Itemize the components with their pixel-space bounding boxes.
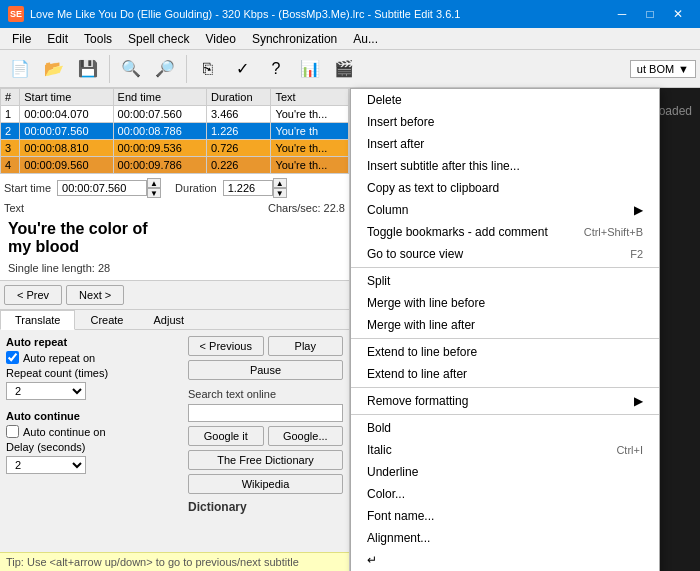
- tab-translate[interactable]: Translate: [0, 310, 75, 330]
- ctx-item-label: Go to source view: [367, 247, 463, 261]
- context-menu-item[interactable]: Split: [351, 270, 659, 292]
- previous-button[interactable]: < Previous: [188, 336, 264, 356]
- ctx-item-label: Insert after: [367, 137, 424, 151]
- context-menu-item[interactable]: Delete: [351, 89, 659, 111]
- google-button[interactable]: Google it: [188, 426, 264, 446]
- help-button[interactable]: ?: [260, 53, 292, 85]
- context-menu-item[interactable]: Insert after: [351, 133, 659, 155]
- google2-button[interactable]: Google...: [268, 426, 344, 446]
- bom-dropdown[interactable]: ut BOM ▼: [630, 60, 696, 78]
- table-row[interactable]: 200:00:07.56000:00:08.7861.226You're th: [1, 123, 349, 140]
- delay-select[interactable]: 234: [6, 456, 86, 474]
- pause-button[interactable]: Pause: [188, 360, 343, 380]
- next-button[interactable]: Next >: [66, 285, 124, 305]
- ctx-item-label: Bold: [367, 421, 391, 435]
- open-button[interactable]: 📂: [38, 53, 70, 85]
- table-row[interactable]: 300:00:08.81000:00:09.5360.726You're th.…: [1, 140, 349, 157]
- tab-create[interactable]: Create: [75, 310, 138, 329]
- ocr-button[interactable]: ⎘: [192, 53, 224, 85]
- ctx-item-label: Alignment...: [367, 531, 430, 545]
- subtitle-table-container[interactable]: # Start time End time Duration Text 100:…: [0, 88, 349, 174]
- tab-adjust[interactable]: Adjust: [138, 310, 199, 329]
- context-menu-separator: [351, 414, 659, 415]
- context-menu-item[interactable]: Underline: [351, 461, 659, 483]
- context-menu-item[interactable]: Go to source viewF2: [351, 243, 659, 265]
- context-menu-item[interactable]: Color...: [351, 483, 659, 505]
- ctx-item-label: Copy as text to clipboard: [367, 181, 499, 195]
- context-menu-separator: [351, 338, 659, 339]
- context-menu-item[interactable]: Remove formatting▶: [351, 390, 659, 412]
- prev-button[interactable]: < Prev: [4, 285, 62, 305]
- close-button[interactable]: ✕: [664, 0, 692, 28]
- context-menu-item[interactable]: ↵: [351, 549, 659, 571]
- menu-file[interactable]: File: [4, 30, 39, 48]
- table-row[interactable]: 400:00:09.56000:00:09.7860.226You're th.…: [1, 157, 349, 174]
- context-menu-item[interactable]: Merge with line before: [351, 292, 659, 314]
- bom-arrow: ▼: [678, 63, 689, 75]
- search-input[interactable]: [188, 404, 343, 422]
- maximize-button[interactable]: □: [636, 0, 664, 28]
- context-menu-item[interactable]: Insert before: [351, 111, 659, 133]
- menu-video[interactable]: Video: [197, 30, 243, 48]
- context-menu-item[interactable]: Insert subtitle after this line...: [351, 155, 659, 177]
- translate-left: Auto repeat Auto repeat on Repeat count …: [6, 336, 180, 546]
- minimize-button[interactable]: ─: [608, 0, 636, 28]
- col-end: End time: [113, 89, 206, 106]
- ctx-item-label: Merge with line before: [367, 296, 485, 310]
- auto-continue-on-checkbox[interactable]: [6, 425, 19, 438]
- waveform-button[interactable]: 📊: [294, 53, 326, 85]
- ctx-item-label: Insert subtitle after this line...: [367, 159, 520, 173]
- table-row[interactable]: 100:00:04.07000:00:07.5603.466You're th.…: [1, 106, 349, 123]
- new-button[interactable]: 📄: [4, 53, 36, 85]
- start-time-up[interactable]: ▲: [147, 178, 161, 188]
- free-dict-button[interactable]: The Free Dictionary: [188, 450, 343, 470]
- auto-repeat-heading: Auto repeat: [6, 336, 180, 348]
- menu-spellcheck[interactable]: Spell check: [120, 30, 197, 48]
- save-button[interactable]: 💾: [72, 53, 104, 85]
- context-menu-item[interactable]: Extend to line after: [351, 363, 659, 385]
- col-duration: Duration: [206, 89, 270, 106]
- context-menu-item[interactable]: ItalicCtrl+I: [351, 439, 659, 461]
- subtitle-text-display[interactable]: You're the color ofmy blood: [4, 216, 345, 260]
- context-menu-item[interactable]: Bold: [351, 417, 659, 439]
- context-menu-item[interactable]: Font name...: [351, 505, 659, 527]
- dictionary-label: Dictionary: [188, 500, 343, 514]
- ctx-item-label: Split: [367, 274, 390, 288]
- context-menu-item[interactable]: Extend to line before: [351, 341, 659, 363]
- auto-repeat-on-checkbox[interactable]: [6, 351, 19, 364]
- video-button[interactable]: 🎬: [328, 53, 360, 85]
- menu-tools[interactable]: Tools: [76, 30, 120, 48]
- ctx-item-label: Italic: [367, 443, 392, 457]
- col-text: Text: [271, 89, 349, 106]
- auto-continue-on-label: Auto continue on: [23, 426, 106, 438]
- ctx-item-label: Font name...: [367, 509, 434, 523]
- context-menu-item[interactable]: Column▶: [351, 199, 659, 221]
- ctx-item-label: Delete: [367, 93, 402, 107]
- duration-input[interactable]: [223, 180, 273, 196]
- spell-button[interactable]: ✓: [226, 53, 258, 85]
- context-menu-item[interactable]: Merge with line after: [351, 314, 659, 336]
- duration-down[interactable]: ▼: [273, 188, 287, 198]
- repeat-count-select[interactable]: 234: [6, 382, 86, 400]
- menu-edit[interactable]: Edit: [39, 30, 76, 48]
- duration-up[interactable]: ▲: [273, 178, 287, 188]
- context-menu-item[interactable]: Copy as text to clipboard: [351, 177, 659, 199]
- titlebar: SE Love Me Like You Do (Ellie Goulding) …: [0, 0, 700, 28]
- ctx-item-label: Toggle bookmarks - add comment: [367, 225, 548, 239]
- find-replace-button[interactable]: 🔎: [149, 53, 181, 85]
- wikipedia-button[interactable]: Wikipedia: [188, 474, 343, 494]
- find-button[interactable]: 🔍: [115, 53, 147, 85]
- menu-au[interactable]: Au...: [345, 30, 386, 48]
- start-time-spinbox[interactable]: ▲ ▼: [57, 178, 161, 198]
- context-menu-item[interactable]: Toggle bookmarks - add commentCtrl+Shift…: [351, 221, 659, 243]
- menu-sync[interactable]: Synchronization: [244, 30, 345, 48]
- duration-spinbox[interactable]: ▲ ▼: [223, 178, 287, 198]
- translate-panel: Auto repeat Auto repeat on Repeat count …: [0, 330, 349, 552]
- ctx-item-label: Column: [367, 203, 408, 217]
- context-menu-item[interactable]: Alignment...: [351, 527, 659, 549]
- start-time-down[interactable]: ▼: [147, 188, 161, 198]
- delay-label: Delay (seconds): [6, 441, 85, 453]
- play-button[interactable]: Play: [268, 336, 344, 356]
- start-time-input[interactable]: [57, 180, 147, 196]
- ctx-item-submenu-arrow: ▶: [634, 203, 643, 217]
